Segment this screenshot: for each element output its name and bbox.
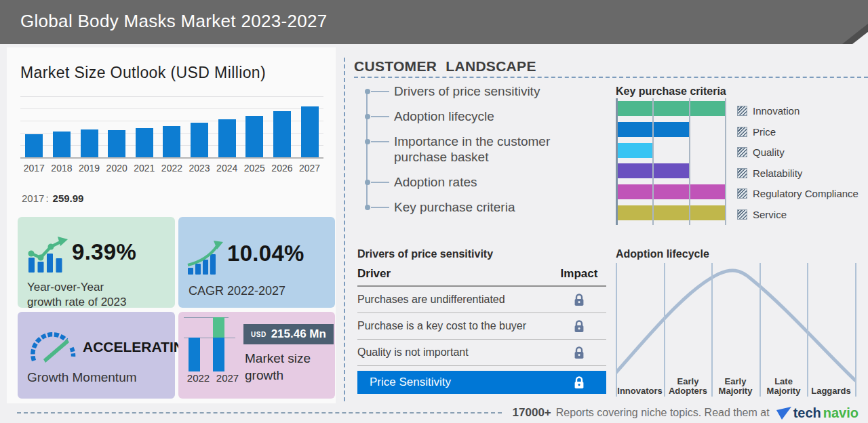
customer-landscape-title: CUSTOMER LANDSCAPE xyxy=(354,58,536,75)
kpc-title: Key purchase criteria xyxy=(616,85,726,98)
brand-tech: tech xyxy=(793,405,821,421)
header-bar: Global Body Masks Market 2023-2027 xyxy=(0,0,868,44)
report-count: 17000+ xyxy=(513,406,551,420)
lifecycle-title: Adoption lifecycle xyxy=(616,248,709,260)
market-chart-x-axis: 2017201820192020202120222023202420252026… xyxy=(20,163,323,174)
kpc-gridline xyxy=(725,98,726,225)
yoy-growth-card: 9.39% Year-over-Year growth rate of 2023 xyxy=(18,217,175,308)
mini-year-2022: 2022 xyxy=(184,372,213,384)
year-tick-label: 2025 xyxy=(243,163,266,174)
market-bar-2018 xyxy=(53,132,71,157)
growth-momentum-card: ACCELERATING Growth Momentum xyxy=(18,312,175,399)
legend-label: Innovation xyxy=(753,105,800,117)
year-tick-label: 2024 xyxy=(216,163,239,174)
column-driver: Driver xyxy=(357,267,391,281)
mini-bar-2022 xyxy=(189,338,200,371)
lock-icon xyxy=(574,294,585,306)
price-sensitivity-row: Price Sensitivity xyxy=(357,371,606,394)
year-tick-label: 2019 xyxy=(78,163,101,174)
year-tick-label: 2023 xyxy=(188,163,211,174)
footer-dashed-line xyxy=(17,412,502,414)
kpc-legend: InnovationPriceQualityRelatabilityRegula… xyxy=(738,104,859,222)
market-bar-2017 xyxy=(25,134,43,157)
landscape-item-1: Adoption lifecycle xyxy=(367,108,572,124)
lock-icon xyxy=(574,376,585,389)
driver-row-1: Purchase is a key cost to the buyer xyxy=(357,313,606,340)
kpc-gridline xyxy=(652,98,654,225)
market-bar-2022 xyxy=(163,126,180,157)
market-size-bar-chart xyxy=(20,92,323,159)
hatched-swatch-icon xyxy=(738,148,747,157)
table-header: Driver Impact xyxy=(357,267,606,287)
year-tick-label: 2027 xyxy=(298,163,321,174)
title-dashed-underline xyxy=(354,77,868,78)
legend-label: Quality xyxy=(753,146,785,158)
market-bar-2019 xyxy=(81,129,98,157)
kpc-gridline xyxy=(689,98,690,225)
landscape-item-2: Importance in the customer purchase bask… xyxy=(367,134,572,165)
growth-amount-badge: USD 215.46 Mn xyxy=(243,324,334,344)
driver-row-0: Purchases are undifferentiated xyxy=(357,287,606,313)
driver-label: Purchase is a key cost to the buyer xyxy=(357,320,526,332)
lifecycle-gridline xyxy=(616,263,617,397)
yoy-value: 9.39% xyxy=(72,239,136,265)
legend-label: Service xyxy=(753,209,787,220)
legend-item: Innovation xyxy=(738,104,859,118)
legend-item: Price xyxy=(738,125,859,139)
yoy-label: Year-over-Year growth rate of 2023 xyxy=(27,280,126,310)
base-year-value: 2017:259.99 xyxy=(22,193,83,204)
hatched-swatch-icon xyxy=(738,106,747,115)
year-tick-label: 2022 xyxy=(160,163,183,174)
stat-cards: 9.39% Year-over-Year growth rate of 2023… xyxy=(18,217,335,399)
driver-row-2: Quality is not important xyxy=(357,340,606,366)
footer-text: Reports covering niche topics. Read them… xyxy=(556,407,770,419)
market-size-panel: Market Size Outlook (USD Million) 201720… xyxy=(7,47,336,403)
legend-label: Regulatory Compliance xyxy=(753,188,859,199)
lock-icon xyxy=(574,346,585,359)
hatched-swatch-icon xyxy=(738,189,747,198)
market-bar-2026 xyxy=(273,111,291,157)
landscape-item-4: Key purchase criteria xyxy=(367,199,572,215)
lifecycle-stage-label: Early Adopters xyxy=(664,377,712,396)
base-year-amount: 259.99 xyxy=(53,193,84,204)
lifecycle-stage-label: Early Majority xyxy=(711,377,760,396)
kpc-bar-1 xyxy=(618,122,690,137)
customer-landscape-list: Drivers of price sensitivityAdoption lif… xyxy=(367,83,578,224)
driver-label: Quality is not important xyxy=(357,346,469,359)
market-bar-2021 xyxy=(136,128,153,157)
landscape-item-3: Adoption rates xyxy=(367,174,572,190)
lifecycle-stage-label: Late Majority xyxy=(760,377,808,396)
growth-arrow-icon xyxy=(186,241,224,275)
kpc-bar-0 xyxy=(618,101,726,116)
drivers-title: Drivers of price sensitivity xyxy=(357,248,493,260)
year-tick-label: 2021 xyxy=(133,163,156,174)
market-bar-2025 xyxy=(245,116,263,157)
impact-cell xyxy=(552,320,606,333)
growth-label: Market size growth xyxy=(245,350,326,384)
mini-chart-years: 2022 2027 xyxy=(184,372,242,384)
impact-cell xyxy=(552,346,606,359)
lock-icon xyxy=(574,320,585,333)
mini-bar-2027-base xyxy=(213,338,224,371)
highlight-label: Price Sensitivity xyxy=(370,376,451,389)
hatched-swatch-icon xyxy=(738,210,747,219)
page-curl-decoration xyxy=(840,24,868,44)
hatched-swatch-icon xyxy=(738,127,747,136)
driver-label: Purchases are undifferentiated xyxy=(357,294,505,306)
legend-item: Quality xyxy=(738,145,859,159)
cagr-label: CAGR 2022-2027 xyxy=(189,283,285,298)
cagr-card: 10.04% CAGR 2022-2027 xyxy=(178,217,335,308)
legend-label: Price xyxy=(753,126,776,138)
impact-cell xyxy=(552,294,606,306)
lifecycle-gridline xyxy=(855,263,856,397)
year-tick-label: 2026 xyxy=(271,163,294,174)
brand-navio: navio xyxy=(823,405,859,421)
kpc-bar-5 xyxy=(618,205,726,220)
kpc-bar-2 xyxy=(618,143,654,158)
legend-item: Regulatory Compliance xyxy=(738,186,859,201)
footer: 17000+ Reports covering niche topics. Re… xyxy=(0,403,868,423)
market-bar-2027 xyxy=(301,106,319,157)
bar-trend-icon xyxy=(27,236,69,273)
momentum-label: Growth Momentum xyxy=(27,370,137,385)
cagr-value: 10.04% xyxy=(227,241,304,266)
